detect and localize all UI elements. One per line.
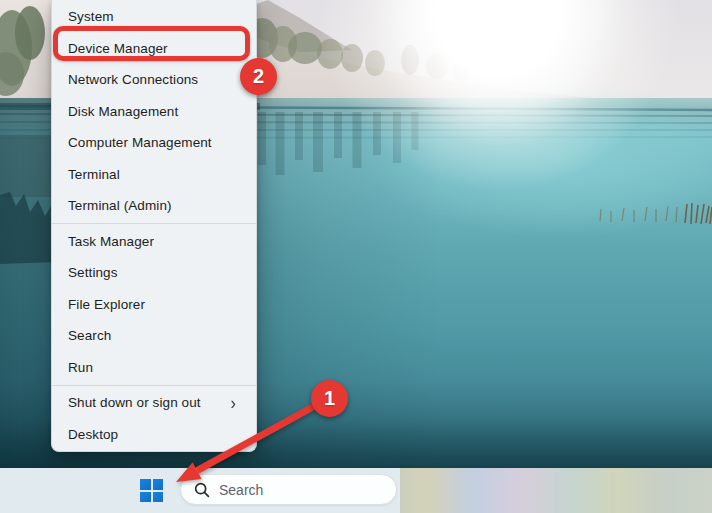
start-button[interactable] (134, 473, 169, 508)
menu-separator (52, 385, 256, 386)
menu-item-search[interactable]: Search (52, 320, 256, 352)
menu-item-settings[interactable]: Settings (52, 257, 256, 289)
menu-item-run[interactable]: Run (52, 352, 256, 384)
menu-item-disk-management[interactable]: Disk Management (52, 96, 256, 128)
taskbar-blur-gradient (400, 468, 712, 513)
taskbar-blurred-icons-area (400, 468, 712, 513)
search-input[interactable] (219, 482, 369, 498)
windows-logo-icon (140, 479, 163, 502)
menu-item-device-manager[interactable]: Device Manager (52, 33, 256, 65)
menu-item-computer-management[interactable]: Computer Management (52, 127, 256, 159)
menu-item-shutdown[interactable]: Shut down or sign out › (52, 387, 256, 419)
menu-item-system[interactable]: System (52, 1, 256, 33)
annotation-badge-2: 2 (240, 58, 277, 95)
menu-item-terminal[interactable]: Terminal (52, 159, 256, 191)
search-icon (194, 482, 210, 498)
menu-item-file-explorer[interactable]: File Explorer (52, 289, 256, 321)
annotation-badge-1: 1 (311, 380, 348, 417)
winx-menu: System Device Manager Network Connection… (51, 0, 257, 452)
menu-separator (52, 223, 256, 224)
winx-menu-list: System Device Manager Network Connection… (52, 1, 256, 450)
menu-item-task-manager[interactable]: Task Manager (52, 226, 256, 258)
menu-item-network-connections[interactable]: Network Connections (52, 64, 256, 96)
taskbar-search[interactable] (180, 474, 397, 505)
screen: System Device Manager Network Connection… (0, 0, 712, 513)
menu-item-terminal-admin[interactable]: Terminal (Admin) (52, 190, 256, 222)
chevron-right-icon: › (231, 394, 244, 412)
menu-item-desktop[interactable]: Desktop (52, 419, 256, 451)
